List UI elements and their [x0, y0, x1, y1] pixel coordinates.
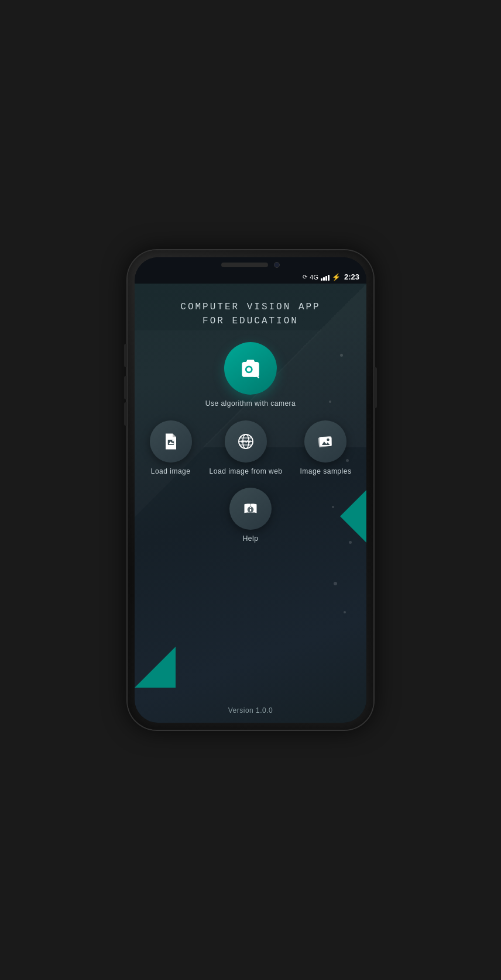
phone-top-bar — [135, 257, 366, 270]
load-image-web-label: Load image from web — [210, 467, 283, 477]
help-label: Help — [243, 534, 259, 544]
camera-search-icon — [238, 356, 263, 381]
phone-device: ⟳ 4G ⚡ 2:23 — [128, 250, 373, 730]
load-image-web-menu-item[interactable]: WWW Load image from web — [210, 420, 283, 477]
load-image-icon — [160, 431, 181, 452]
screen-content: COMPUTER VISION APP FOR EDUCATION — [135, 284, 366, 723]
app-title: COMPUTER VISION APP FOR EDUCATION — [180, 300, 320, 328]
camera-label: Use algorithm with camera — [205, 399, 296, 409]
battery-icon: ⚡ — [332, 273, 341, 281]
front-camera — [274, 262, 280, 268]
help-circle[interactable] — [229, 488, 272, 530]
status-icons: ⟳ 4G ⚡ 2:23 — [303, 272, 359, 281]
time-display: 2:23 — [344, 272, 359, 281]
image-samples-icon — [315, 431, 336, 452]
menu-row-2: Load image — [135, 420, 366, 477]
status-bar: ⟳ 4G ⚡ 2:23 — [135, 270, 366, 284]
help-menu-item[interactable]: Help — [229, 488, 272, 544]
dot-6 — [334, 582, 337, 585]
app-title-line1: COMPUTER VISION APP — [180, 300, 320, 314]
load-image-web-circle[interactable]: WWW — [225, 420, 267, 463]
svg-point-20 — [250, 507, 251, 508]
speaker-grille — [221, 263, 268, 267]
image-samples-circle[interactable] — [304, 420, 346, 463]
deco-teal-left — [135, 647, 176, 688]
load-image-circle[interactable] — [150, 420, 192, 463]
dot-7 — [344, 611, 346, 613]
camera-circle[interactable] — [224, 342, 277, 395]
menu-buttons: Use algorithm with camera — [135, 342, 366, 544]
signal-icon — [321, 274, 330, 281]
load-image-label: Load image — [151, 467, 191, 477]
svg-rect-21 — [250, 509, 251, 512]
version-text: Version 1.0.0 — [228, 706, 273, 715]
svg-text:WWW: WWW — [241, 439, 251, 443]
svg-point-6 — [172, 440, 174, 441]
svg-point-17 — [327, 438, 330, 441]
web-icon: WWW — [235, 431, 256, 452]
help-icon — [240, 498, 261, 519]
app-title-line2: FOR EDUCATION — [180, 314, 320, 328]
network-label: 4G — [310, 274, 318, 281]
image-samples-label: Image samples — [300, 467, 352, 477]
camera-menu-item[interactable]: Use algorithm with camera — [205, 342, 296, 409]
phone-screen: ⟳ 4G ⚡ 2:23 — [135, 257, 366, 723]
load-image-menu-item[interactable]: Load image — [150, 420, 192, 477]
svg-point-1 — [247, 367, 251, 371]
image-samples-menu-item[interactable]: Image samples — [300, 420, 352, 477]
rotate-icon: ⟳ — [303, 274, 307, 280]
